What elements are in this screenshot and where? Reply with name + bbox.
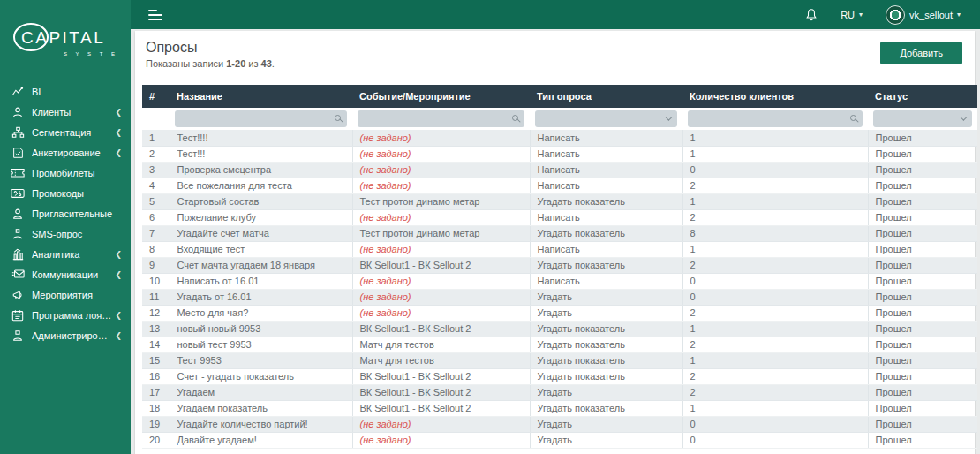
cell-number: 11	[142, 289, 170, 305]
cell-status: Прошел	[868, 130, 977, 146]
cell-clients: 1	[682, 241, 868, 257]
logo-graphic: CAPITAL S Y S T E M	[12, 19, 120, 60]
cell-number: 18	[142, 400, 170, 416]
cell-clients: 2	[682, 384, 868, 400]
table-row[interactable]: 3 Проверка смсцентра (не задано) Написат…	[142, 162, 977, 178]
column-header[interactable]: Тип опроса	[530, 85, 682, 108]
column-header[interactable]: #	[142, 85, 170, 108]
table-row[interactable]: 18 Угадаем показатель ВК Sellout1 - ВК S…	[142, 400, 977, 416]
filter-input-wrap	[175, 110, 347, 127]
cell-number: 8	[142, 241, 170, 257]
cell-name: Угадайте количество партий!	[170, 416, 352, 432]
sidebar-item-invitation[interactable]: Пригласительные	[0, 203, 131, 223]
table-row[interactable]: 6 Пожелание клубу (не задано) Написать 2…	[142, 209, 977, 225]
cell-event: Тест протон динамо метар	[352, 193, 530, 209]
loyalty-icon	[11, 308, 25, 322]
cell-event: (не задано)	[352, 432, 530, 448]
table-row[interactable]: 1 Тест!!!! (не задано) Написать 1 Прошел	[142, 130, 977, 146]
notifications-button[interactable]	[805, 8, 818, 21]
sidebar-item-loyalty[interactable]: Программа лояльности ❮	[0, 305, 131, 325]
cell-event: ВК Sellout1 - ВК Sellout 2	[352, 384, 530, 400]
records-summary: Показаны записи 1-20 из 43.	[142, 58, 968, 69]
bi-icon	[11, 85, 25, 99]
sidebar-item-promo-ticket[interactable]: Промобилеты	[0, 163, 131, 183]
cell-event: Матч для тестов	[352, 352, 530, 368]
sidebar-item-analytics[interactable]: Аналитика ❮	[0, 244, 131, 264]
cell-event: Матч для тестов	[352, 337, 530, 352]
cell-number: 1	[142, 130, 170, 146]
cell-status: Прошел	[868, 305, 977, 321]
cell-type: Угадать показатель	[530, 400, 682, 416]
chevron-down-icon: ▾	[859, 11, 863, 19]
cell-event: (не задано)	[352, 416, 530, 432]
cell-clients: 2	[682, 337, 868, 352]
add-button[interactable]: Добавить	[880, 42, 962, 64]
language-selector[interactable]: RU ▾	[841, 10, 863, 20]
table-row[interactable]: 5 Стартовый состав Тест протон динамо ме…	[142, 193, 977, 209]
table-row[interactable]: 15 Тест 9953 Матч для тестов Угадать пок…	[142, 352, 977, 368]
table-row[interactable]: 9 Счет мачта угадаем 18 января ВК Sellou…	[142, 257, 977, 273]
column-header[interactable]: Событие/Мероприятие	[352, 85, 530, 108]
cell-event: ВК Sellout1 - ВК Sellout 2	[352, 400, 530, 416]
sidebar-item-administration[interactable]: Администрирование ❮	[0, 325, 131, 345]
cell-number: 2	[142, 146, 170, 162]
sidebar-item-label: Клиенты	[32, 107, 111, 117]
sidebar-item-label: Аналитика	[32, 249, 111, 260]
table-row[interactable]: 2 Тест!!! (не задано) Написать 1 Прошел	[142, 146, 977, 162]
user-menu[interactable]: vk_sellout ▾	[886, 5, 961, 25]
filter-input-wrap	[358, 110, 524, 127]
cell-type: Угадать показатель	[530, 368, 682, 384]
filter-select[interactable]	[535, 110, 677, 127]
sidebar-item-communications[interactable]: Коммуникации ❮	[0, 264, 131, 284]
cell-clients: 1	[682, 352, 868, 368]
sidebar-item-survey[interactable]: Анкетирование ❮	[0, 142, 131, 163]
table-row[interactable]: 8 Входящие тест (не задано) Написать 1 П…	[142, 241, 977, 257]
search-icon	[335, 115, 341, 121]
cell-type: Угадать показатель	[530, 352, 682, 368]
cell-type: Написать	[530, 209, 682, 225]
table-row[interactable]: 16 Счет - угадать показатель ВК Sellout1…	[142, 368, 977, 384]
filter-search-input[interactable]	[175, 110, 347, 127]
column-header[interactable]: Количество клиентов	[682, 85, 868, 108]
sidebar-item-segmentation[interactable]: Сегментация ❮	[0, 122, 131, 142]
filter-search-input[interactable]	[358, 110, 524, 127]
table-row[interactable]: 12 Место для чая? (не задано) Угадать 2 …	[142, 305, 977, 321]
table-row[interactable]: 19 Угадайте количество партий! (не задан…	[142, 416, 977, 432]
cell-clients: 2	[682, 305, 868, 321]
sidebar-item-promo-code[interactable]: Промокоды	[0, 183, 131, 203]
sidebar-item-events[interactable]: Мероприятия	[0, 284, 131, 305]
cell-number: 6	[142, 209, 170, 225]
cell-type: Угадать	[530, 416, 682, 432]
table-row[interactable]: 14 новый тест 9953 Матч для тестов Угада…	[142, 337, 977, 352]
cell-event: Тест протон динамо метар	[352, 225, 530, 241]
cell-type: Угадать показатель	[530, 193, 682, 209]
table-row[interactable]: 11 Угадать от 16.01 (не задано) Угадать …	[142, 289, 977, 305]
cell-event: (не задано)	[352, 289, 530, 305]
cell-status: Прошел	[868, 209, 977, 225]
cell-type: Угадать показатель	[530, 257, 682, 273]
hamburger-menu-icon[interactable]	[148, 10, 162, 20]
sidebar-item-bi[interactable]: BI	[0, 81, 131, 102]
table-row[interactable]: 13 новый новый 9953 ВК Sellout1 - ВК Sel…	[142, 321, 977, 337]
table-row[interactable]: 20 Давайте угадаем! (не задано) Угадать …	[142, 432, 977, 448]
cell-clients: 0	[682, 416, 868, 432]
filter-search-input[interactable]	[688, 110, 863, 127]
filter-input-wrap	[688, 110, 863, 127]
sidebar-item-clients[interactable]: Клиенты ❮	[0, 102, 131, 122]
cell-event: (не задано)	[352, 241, 530, 257]
cell-type: Написать	[530, 130, 682, 146]
table-row[interactable]: 4 Все пожелания для теста (не задано) На…	[142, 178, 977, 193]
filter-select[interactable]	[873, 110, 972, 127]
sidebar-item-sms-survey[interactable]: SMS-опрос	[0, 223, 131, 244]
table-row[interactable]: 17 Угадаем ВК Sellout1 - ВК Sellout 2 Уг…	[142, 384, 977, 400]
cell-clients: 2	[682, 368, 868, 384]
table-row[interactable]: 7 Угадайте счет матча Тест протон динамо…	[142, 225, 977, 241]
column-header[interactable]: Статус	[868, 85, 977, 108]
column-header[interactable]: Название	[170, 85, 352, 108]
cell-status: Прошел	[868, 146, 977, 162]
sidebar: CAPITAL S Y S T E M BI Клиенты ❮ Сегмент…	[0, 0, 131, 454]
table-row[interactable]: 10 Написать от 16.01 (не задано) Написат…	[142, 273, 977, 289]
svg-text:CAPITAL: CAPITAL	[21, 28, 105, 47]
cell-status: Прошел	[868, 225, 977, 241]
cell-clients: 1	[682, 321, 868, 337]
